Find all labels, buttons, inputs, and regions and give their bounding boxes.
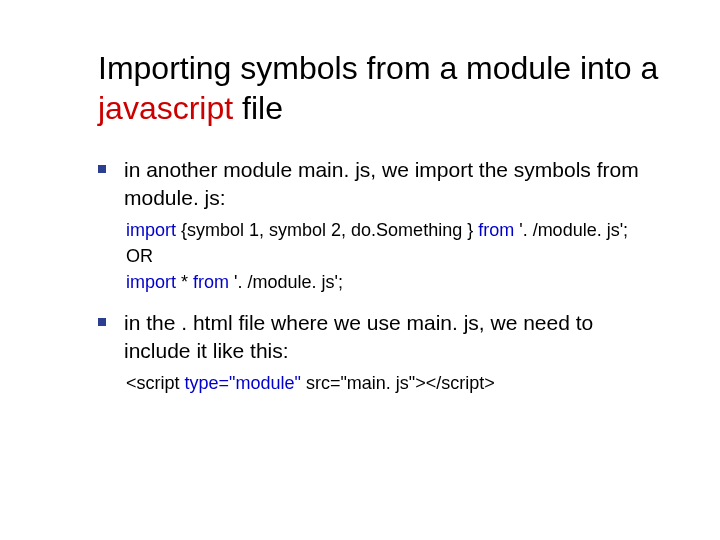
code-block-1: import {symbol 1, symbol 2, do.Something… (126, 217, 660, 295)
code-line-1: import {symbol 1, symbol 2, do.Something… (126, 217, 660, 243)
keyword-import: import (126, 272, 176, 292)
keyword-from: from (478, 220, 514, 240)
code-block-2: <script type="module" src="main. js"></s… (126, 370, 660, 396)
code-or: OR (126, 243, 660, 269)
code-line-2: import * from '. /module. js'; (126, 269, 660, 295)
code-text: '. /module. js'; (514, 220, 628, 240)
code-text: '. /module. js'; (229, 272, 343, 292)
code-text: <script (126, 373, 185, 393)
keyword-import: import (126, 220, 176, 240)
bullet-text-1: in another module main. js, we import th… (124, 156, 660, 213)
title-highlight: javascript (98, 90, 233, 126)
bullet-row: in the . html file where we use main. js… (98, 309, 660, 366)
bullet-row: in another module main. js, we import th… (98, 156, 660, 213)
title-text-pre: Importing symbols from a module into a (98, 50, 658, 86)
code-text: * (176, 272, 193, 292)
square-bullet-icon (98, 318, 106, 326)
code-text: {symbol 1, symbol 2, do.Something } (176, 220, 478, 240)
bullet-block-2: in the . html file where we use main. js… (98, 309, 660, 396)
bullet-text-2: in the . html file where we use main. js… (124, 309, 660, 366)
keyword-from: from (193, 272, 229, 292)
square-bullet-icon (98, 165, 106, 173)
code-text: src="main. js"></script> (301, 373, 495, 393)
bullet-block-1: in another module main. js, we import th… (98, 156, 660, 295)
title-text-post: file (233, 90, 283, 126)
attr-type-module: type="module" (185, 373, 301, 393)
slide: Importing symbols from a module into a j… (0, 0, 720, 540)
slide-title: Importing symbols from a module into a j… (98, 48, 660, 128)
